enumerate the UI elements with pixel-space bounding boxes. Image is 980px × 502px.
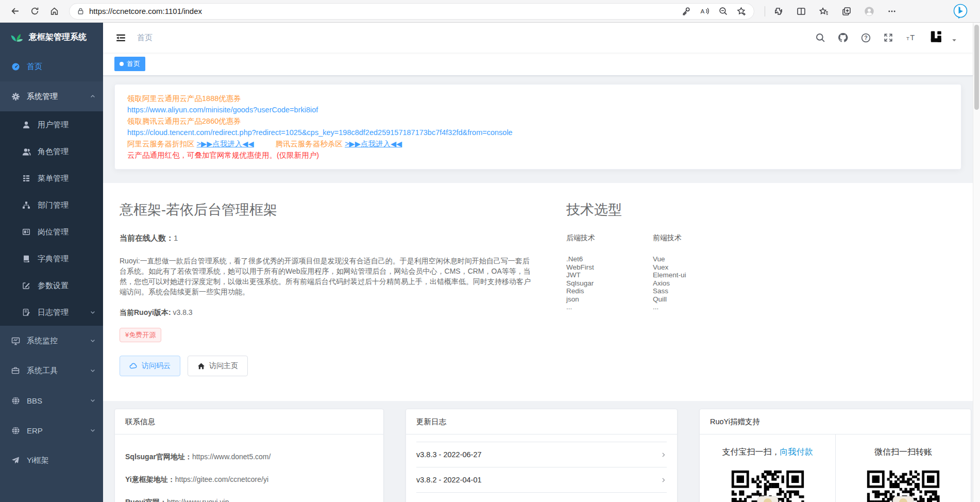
sidebar-item-users[interactable]: 用户管理 <box>0 111 103 138</box>
org-tree-icon <box>22 201 31 209</box>
chevron-down-icon <box>90 338 96 344</box>
notice-card: 领取阿里云通用云产品1888优惠券https://www.aliyun.com/… <box>114 84 961 170</box>
tech-item: Sass <box>653 287 686 295</box>
chevron-down-icon[interactable] <box>951 37 957 43</box>
sidebar-submenu: 用户管理角色管理菜单管理部门管理岗位管理字典管理参数设置日志管理 <box>0 111 103 326</box>
sidebar: 意框架管理系统 首页系统管理用户管理角色管理菜单管理部门管理岗位管理字典管理参数… <box>0 23 103 502</box>
notice-url-link[interactable]: https://www.aliyun.com/minisite/goods?us… <box>127 106 318 114</box>
page-title: 意框架-若依后台管理框架 <box>120 200 534 219</box>
contact-label: Yi意框架地址： <box>125 475 175 483</box>
sidebar-item-home[interactable]: 首页 <box>0 52 103 81</box>
browser-actions <box>763 3 975 20</box>
changelog-item-label: v3.8.2 - 2022-04-01 <box>416 476 482 484</box>
sidebar-item-depts[interactable]: 部门管理 <box>0 192 103 219</box>
key-icon[interactable] <box>677 4 695 19</box>
favorite-add-icon[interactable] <box>732 4 751 19</box>
contact-card: 联系信息 Sqlsugar官网地址：https://www.donet5.com… <box>114 409 384 502</box>
tag-home[interactable]: 首页 <box>114 57 145 71</box>
notice-url-link[interactable]: https://cloud.tencent.com/redirect.php?r… <box>127 128 513 137</box>
sidebar-item-menus[interactable]: 菜单管理 <box>0 165 103 192</box>
users-icon <box>22 147 31 156</box>
sidebar-item-logs[interactable]: 日志管理 <box>0 299 103 326</box>
favorites-icon[interactable] <box>813 3 835 20</box>
split-screen-icon[interactable] <box>790 3 813 20</box>
sidebar-item-roles[interactable]: 角色管理 <box>0 138 103 165</box>
font-size-icon[interactable]: TT <box>906 33 916 42</box>
sidebar-item-dict[interactable]: 字典管理 <box>0 245 103 272</box>
dictionary-icon <box>22 255 31 263</box>
chevron-right-icon <box>660 477 667 483</box>
read-aloud-icon[interactable]: A <box>695 4 714 19</box>
tech-item: Quill <box>653 295 686 304</box>
tech-item: Element-ui <box>653 271 686 279</box>
changelog-item[interactable]: v3.8.3 - 2022-06-27 <box>416 442 667 467</box>
browser-back-button[interactable] <box>5 3 25 20</box>
sidebar-item-posts[interactable]: 岗位管理 <box>0 219 103 245</box>
page-scrollbar[interactable] <box>973 23 980 502</box>
notice-line: 领取腾讯云通用云产品2860优惠券 <box>127 116 949 126</box>
page-content: 领取阿里云通用云产品1888优惠券https://www.aliyun.com/… <box>103 76 973 502</box>
top-navbar: 首页 ?TT <box>103 23 973 53</box>
visit-gitee-label: 访问码云 <box>142 361 171 371</box>
browser-refresh-button[interactable] <box>25 3 44 20</box>
sidebar-item-yi[interactable]: Yi框架 <box>0 445 103 475</box>
notice-line: https://cloud.tencent.com/redirect.php?r… <box>127 127 949 138</box>
chevron-right-icon <box>660 451 667 458</box>
visit-gitee-button[interactable]: 访问码云 <box>120 356 180 376</box>
alipay-title: 支付宝扫一扫，向我付款 <box>722 447 813 458</box>
tech-item: Redis <box>566 287 595 295</box>
browser-toolbar: https://ccnetcore.com:1101/index A <box>0 0 980 23</box>
cloud-icon <box>129 362 138 370</box>
extensions-icon[interactable] <box>767 3 790 20</box>
sidebar-item-params[interactable]: 参数设置 <box>0 272 103 299</box>
collections-icon[interactable] <box>835 3 858 20</box>
breadcrumb[interactable]: 首页 <box>137 33 153 43</box>
chevron-down-icon <box>90 397 96 404</box>
sidebar-item-system[interactable]: 系统管理 <box>0 81 103 111</box>
more-icon[interactable] <box>881 3 903 20</box>
notice-enter-link[interactable]: >▶▶点我进入◀◀ <box>197 140 254 148</box>
sidebar-item-monitor[interactable]: 系统监控 <box>0 326 103 356</box>
sidebar-fold-icon[interactable] <box>116 33 126 43</box>
user-logo-avatar[interactable] <box>929 30 944 45</box>
profile-icon[interactable] <box>858 3 881 20</box>
contact-row: Yi意框架地址：https://gitee.com/ccnetcore/yi <box>125 474 373 485</box>
user-icon <box>22 121 31 129</box>
question-icon[interactable]: ? <box>861 33 871 43</box>
search-icon[interactable] <box>816 33 825 42</box>
browser-home-button[interactable] <box>44 3 64 20</box>
sidebar-item-label: 系统监控 <box>27 336 58 346</box>
app-logo[interactable]: 意框架管理系统 <box>0 23 103 52</box>
notice-text: 领取腾讯云通用云产品2860优惠券 <box>127 117 241 125</box>
tech-column: 前端技术VueVuexElement-uiAxiosSassQuill... <box>653 233 686 311</box>
contact-row: Sqlsugar官网地址：https://www.donet5.com/ <box>125 451 373 462</box>
bing-icon[interactable] <box>949 3 972 20</box>
github-icon[interactable] <box>838 32 848 43</box>
notice-enter-link[interactable]: >▶▶点我进入◀◀ <box>345 140 402 148</box>
sidebar-item-label: 部门管理 <box>38 200 69 210</box>
changelog-card-title: 更新日志 <box>406 409 677 434</box>
wechat-title: 微信扫一扫转账 <box>874 447 932 458</box>
visit-home-button[interactable]: 访问主页 <box>188 356 248 376</box>
chevron-down-icon <box>90 367 96 374</box>
tag-label: 首页 <box>127 59 140 69</box>
qr-code-alipay <box>729 468 806 502</box>
notice-text: 云产品通用红包，可叠加官网常规优惠使用。(仅限新用户) <box>127 151 319 159</box>
url-text[interactable]: https://ccnetcore.com:1101/index <box>89 7 677 15</box>
sidebar-item-bbs[interactable]: BBS <box>0 386 103 415</box>
pay-me-link[interactable]: 向我付款 <box>780 447 813 456</box>
chevron-down-icon <box>90 427 96 433</box>
zoom-out-icon[interactable] <box>714 4 732 19</box>
globe-icon <box>11 396 21 405</box>
changelog-item[interactable]: v3.8.2 - 2022-04-01 <box>416 467 667 493</box>
donate-card: RuoYi捐赠支持 支付宝扫一扫，向我付款 微信扫一扫转账 <box>699 409 971 502</box>
sidebar-item-tools[interactable]: 系统工具 <box>0 356 103 386</box>
scrollbar-thumb[interactable] <box>974 25 979 110</box>
changelog-item[interactable]: v3.8.1 - 2022-01-01 <box>416 493 667 502</box>
address-bar[interactable]: https://ccnetcore.com:1101/index A <box>69 3 754 20</box>
tech-column-heading: 后端技术 <box>566 233 595 243</box>
version-row: 当前Ruoyi版本: v3.8.3 <box>120 308 534 317</box>
sidebar-item-erp[interactable]: ERP <box>0 415 103 445</box>
tech-item: WebFirst <box>566 263 595 272</box>
fullscreen-icon[interactable] <box>884 33 893 42</box>
